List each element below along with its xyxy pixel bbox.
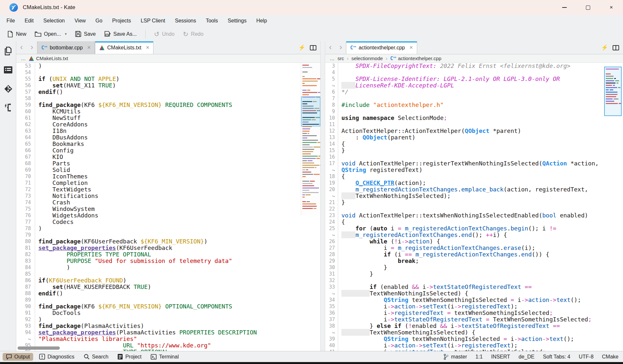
code-line: if (i == m_registeredActionTextChanges.e… <box>338 251 549 258</box>
left-editor[interactable]: 53)5455if (UNIX AND NOT APPLE)56 set(HAV… <box>16 63 320 351</box>
right-history-back-icon[interactable]: ‹ <box>325 41 336 54</box>
maximize-button[interactable] <box>576 0 600 15</box>
sidebar-item-symbols[interactable] <box>3 102 13 113</box>
undo-button[interactable]: ↺Undo <box>154 31 175 37</box>
status-de-de[interactable]: de_DE <box>519 354 535 360</box>
line-number: 34 <box>325 297 338 303</box>
menu-item-selection[interactable]: Selection <box>43 18 65 24</box>
code-line: QString textWhenNothingIsSelected = i->a… <box>338 336 574 342</box>
right-history-forward-icon[interactable]: › <box>336 41 346 54</box>
code-row: 69 Solid <box>16 167 320 173</box>
line-number: 61 <box>16 115 35 121</box>
code-line: } <box>338 271 373 277</box>
line-number: 16 <box>325 154 338 160</box>
status-cmake[interactable]: CMake <box>602 354 618 360</box>
close-icon[interactable]: × <box>146 44 150 51</box>
line-number: 27 <box>325 245 338 251</box>
right-minimap[interactable] <box>604 67 622 116</box>
status-toolview-diagnostics[interactable]: Diagnostics <box>36 353 78 361</box>
line-number: 72 <box>16 186 35 193</box>
status-toolview-terminal[interactable]: Terminal <box>147 353 182 361</box>
line-number: ↪ <box>325 329 338 336</box>
save-button[interactable]: Save <box>75 31 96 37</box>
right-editor[interactable]: 3 SPDX-FileCopyrightText: 2022 Felix Ern… <box>325 63 623 351</box>
left-editor-pane: ‹›C++bottombar.cpp×CMakeLists.txt×⚡ …CMa… <box>16 41 320 351</box>
menu-item-edit[interactable]: Edit <box>25 18 34 24</box>
cpp-file-icon: C++ <box>350 45 356 51</box>
status-soft-tabs-4[interactable]: Soft Tabs: 4 <box>543 354 570 360</box>
line-number: 75 <box>16 206 35 212</box>
quick-open-icon[interactable]: ⚡ <box>601 44 608 51</box>
minimap-viewport[interactable] <box>301 97 320 126</box>
right-crumb-actiontexthelper-cpp[interactable]: C++actiontexthelper.cpp <box>390 56 441 61</box>
code-line: Codecs <box>35 219 73 225</box>
code-line <box>338 121 341 128</box>
redo-button[interactable]: ↻Redo <box>183 31 204 37</box>
line-number: 76 <box>16 212 35 219</box>
status-toolview-output[interactable]: Output <box>3 353 33 361</box>
menu-item-go[interactable]: Go <box>96 18 102 24</box>
status-toolview-project[interactable]: Project <box>114 353 145 361</box>
right-crumb-selectionmode[interactable]: selectionmode <box>351 56 383 61</box>
close-button[interactable]: × <box>600 0 623 15</box>
close-icon[interactable]: × <box>87 44 91 51</box>
open-button[interactable]: Open...▾ <box>35 31 67 37</box>
menu-item-help[interactable]: Help <box>256 18 267 24</box>
split-view-icon[interactable] <box>613 45 619 50</box>
menu-item-tools[interactable]: Tools <box>206 18 218 24</box>
code-row: 31 } <box>325 271 623 277</box>
new-button[interactable]: New <box>7 31 26 37</box>
line-number: 18 <box>325 173 338 180</box>
tab-actiontexthelper-cpp[interactable]: C++actiontexthelper.cpp× <box>346 41 417 54</box>
left-horizontal-scrollbar[interactable] <box>18 346 60 350</box>
line-number: 12 <box>325 128 338 134</box>
line-number: 6 <box>325 89 338 95</box>
line-number: ↪ <box>16 336 35 342</box>
left-minimap[interactable] <box>301 63 320 215</box>
project-doc-icon <box>117 354 123 360</box>
code-line: { <box>338 173 345 180</box>
sidebar-item-project-list[interactable] <box>3 65 13 75</box>
minimize-button[interactable] <box>553 0 576 15</box>
status-utf-8[interactable]: UTF-8 <box>579 354 593 360</box>
status-insert[interactable]: INSERT <box>491 354 510 360</box>
sidebar-item-documents[interactable] <box>3 46 13 56</box>
status-master[interactable]: master <box>443 354 467 360</box>
menu-item-view[interactable]: View <box>74 18 86 24</box>
menu-item-file[interactable]: File <box>7 18 15 24</box>
split-view-icon[interactable] <box>310 45 316 50</box>
save-as-button[interactable]: Save As... <box>104 31 137 37</box>
menu-item-projects[interactable]: Projects <box>112 18 131 24</box>
left-history-forward-icon[interactable]: › <box>27 41 37 54</box>
left-crumb-cmakelists-txt[interactable]: CMakeLists.txt <box>29 56 68 61</box>
cpp-file-icon: C++ <box>41 45 47 51</box>
line-number: 41 <box>325 349 338 351</box>
chevron-down-icon[interactable]: ▾ <box>65 32 67 36</box>
code-line: Q_CHECK_PTR(action); <box>338 180 426 186</box>
menu-item-lsp-client[interactable]: LSP Client <box>141 18 165 24</box>
code-line: KCMUtils <box>35 108 81 115</box>
left-crumb-[interactable]: … <box>21 56 26 61</box>
tab-cmakelists-txt[interactable]: CMakeLists.txt× <box>95 41 153 54</box>
status-toolview-search[interactable]: Search <box>80 353 112 361</box>
close-icon[interactable]: × <box>409 44 413 51</box>
menu-item-sessions[interactable]: Sessions <box>175 18 196 24</box>
code-line: } else if (!enabled && i->textStateOfReg… <box>338 323 560 329</box>
code-row: 14{ <box>325 141 623 147</box>
sidebar-item-git[interactable] <box>3 84 13 94</box>
line-number: 36 <box>325 310 338 316</box>
line-number: 85 <box>16 271 35 277</box>
tab-bottombar-cpp[interactable]: C++bottombar.cpp× <box>37 41 95 54</box>
code-row: ↪ m_registeredActionTextChanges.end(); +… <box>325 232 623 238</box>
line-number: 21 <box>325 199 338 206</box>
code-row: 63 I18n <box>16 128 320 134</box>
right-crumb-[interactable]: … <box>330 56 335 61</box>
right-crumb-src[interactable]: src <box>338 56 344 61</box>
wrap-marker-icon: ↪ <box>332 168 335 173</box>
left-breadcrumb: …CMakeLists.txt <box>16 54 320 63</box>
menu-item-settings[interactable]: Settings <box>228 18 246 24</box>
status-1-1[interactable]: 1:1 <box>475 354 483 360</box>
quick-open-icon[interactable]: ⚡ <box>298 44 305 51</box>
left-history-back-icon[interactable]: ‹ <box>16 41 27 54</box>
pane-splitter[interactable] <box>320 41 325 351</box>
